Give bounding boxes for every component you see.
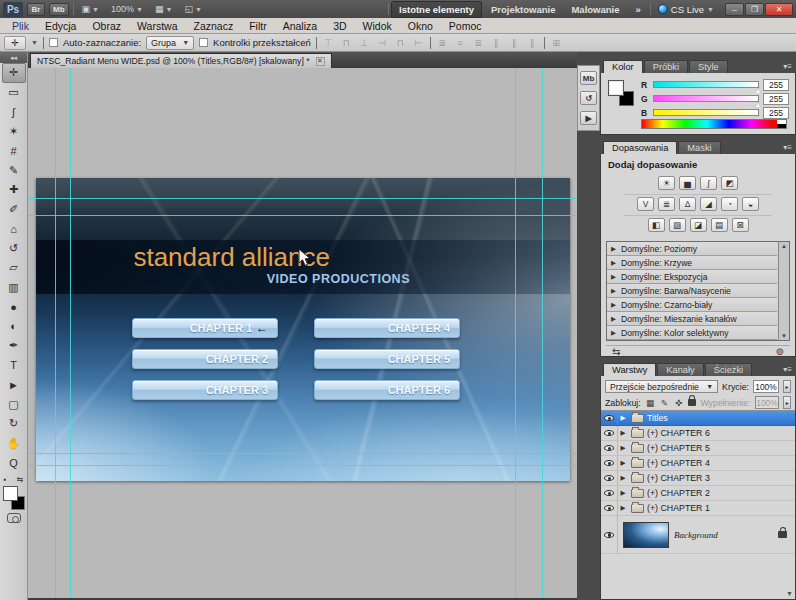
visibility-cell[interactable] <box>601 501 618 515</box>
workspace-istotne-elementy[interactable]: Istotne elementy <box>391 1 482 18</box>
cs-live-button[interactable]: CS Live ▼ <box>653 4 719 15</box>
green-value-field[interactable]: 255 <box>763 93 789 105</box>
menu-pomoc[interactable]: Pomoc <box>441 20 490 32</box>
align-middle-icon[interactable]: ⊓ <box>340 38 353 48</box>
auto-align-layers-icon[interactable]: ⊞ <box>550 38 563 48</box>
exposure-icon[interactable]: ◩ <box>721 176 738 190</box>
layer-row-chapter-4[interactable]: ▶ (+) CHAPTER 4 <box>601 456 795 471</box>
tab-maski[interactable]: Maski <box>678 141 720 154</box>
actions-panel-icon[interactable]: ▶ <box>580 111 597 125</box>
menu-edycja[interactable]: Edycja <box>37 20 85 32</box>
3d-rotate-tool[interactable]: ↻ <box>2 414 26 434</box>
eyedropper-tool[interactable]: ✎ <box>2 161 26 181</box>
swap-colors-icon[interactable]: ⇆ <box>17 475 24 484</box>
preset-krzywe[interactable]: ▶Domyślne: Krzywe <box>607 256 777 270</box>
hue-saturation-icon[interactable]: ≣ <box>658 197 675 211</box>
restore-button[interactable]: ❐ <box>745 3 764 16</box>
tool-preset-chevron-icon[interactable]: ▼ <box>31 39 38 46</box>
preset-barwa-nasycenie[interactable]: ▶Domyślne: Barwa/Nasycenie <box>607 284 777 298</box>
minibridge-panel-icon[interactable]: Mb <box>580 71 597 85</box>
presets-scrollbar[interactable]: ▲▼ <box>778 242 789 340</box>
move-tool[interactable]: ✛ <box>2 63 26 83</box>
guide-horizontal-1[interactable] <box>28 198 577 199</box>
guide-horizontal-4[interactable] <box>28 465 577 466</box>
foreground-color-swatch[interactable] <box>3 486 18 501</box>
panel-foreground-swatch[interactable] <box>608 80 624 96</box>
lock-transparency-icon[interactable]: ▦ <box>645 398 655 408</box>
align-left-icon[interactable]: ⊣ <box>376 38 389 48</box>
layer-name[interactable]: (+) CHAPTER 5 <box>647 443 710 453</box>
history-brush-tool[interactable]: ↺ <box>2 239 26 259</box>
guide-vertical-3[interactable] <box>515 68 516 598</box>
guide-vertical-2[interactable] <box>70 68 71 598</box>
align-top-icon[interactable]: ⊤ <box>322 38 335 48</box>
distribute-left-icon[interactable]: ∥ <box>490 38 503 48</box>
visibility-cell[interactable] <box>601 516 618 553</box>
panel-menu-icon[interactable]: ▾≡ <box>783 143 792 152</box>
blur-tool[interactable]: ● <box>2 297 26 317</box>
panel-menu-icon[interactable]: ▾≡ <box>783 365 792 374</box>
show-transform-controls-checkbox[interactable] <box>199 38 208 47</box>
menu-filtr[interactable]: Filtr <box>241 20 275 32</box>
tools-panel-collapse-grip[interactable]: ◂◂ <box>0 52 27 63</box>
tab-sciezki[interactable]: Ścieżki <box>705 363 752 376</box>
blend-mode-dropdown[interactable]: Przejście bezpośrednie▼ <box>605 380 718 393</box>
brightness-contrast-icon[interactable]: ☀ <box>658 176 675 190</box>
tab-kolor[interactable]: Kolor <box>603 60 643 73</box>
visibility-cell[interactable] <box>601 486 618 500</box>
layer-row-chapter-5[interactable]: ▶ (+) CHAPTER 5 <box>601 441 795 456</box>
expander-icon[interactable]: ▶ <box>618 444 628 452</box>
clip-to-layer-icon[interactable]: ⊚ <box>776 346 784 357</box>
guide-horizontal-2[interactable] <box>28 215 577 216</box>
menu-plik[interactable]: Plik <box>4 20 37 32</box>
layer-row-chapter-2[interactable]: ▶ (+) CHAPTER 2 <box>601 486 795 501</box>
fill-slider-icon[interactable]: ▸ <box>783 396 791 409</box>
align-right-icon[interactable]: ⊢ <box>412 38 425 48</box>
guide-vertical-4[interactable] <box>542 68 543 598</box>
workspace-malowanie[interactable]: Malowanie <box>564 2 626 17</box>
guide-horizontal-3[interactable] <box>28 453 577 454</box>
layer-name[interactable]: (+) CHAPTER 4 <box>647 458 710 468</box>
background-layer-thumbnail[interactable] <box>623 522 669 548</box>
type-tool[interactable]: T <box>2 356 26 376</box>
zoom-level-button[interactable]: 100%▼ <box>107 2 147 16</box>
expander-icon[interactable]: ▶ <box>618 429 628 437</box>
tab-probki[interactable]: Próbki <box>644 60 688 73</box>
distribute-right-icon[interactable]: ∥ <box>526 38 539 48</box>
launch-bridge-button[interactable]: Br <box>27 3 45 16</box>
eye-icon[interactable] <box>604 430 614 436</box>
photo-filter-icon[interactable]: ◔ <box>721 197 738 211</box>
layer-row-background[interactable]: Background <box>601 516 795 554</box>
layer-row-chapter-1[interactable]: ▶ (+) CHAPTER 1 <box>601 501 795 516</box>
gradient-tool[interactable]: ▥ <box>2 278 26 298</box>
quick-mask-button[interactable] <box>7 513 21 523</box>
zoom-tool[interactable]: Q <box>2 453 26 473</box>
crop-tool[interactable]: # <box>2 141 26 161</box>
quick-selection-tool[interactable]: ✶ <box>2 122 26 142</box>
visibility-cell[interactable] <box>601 426 618 440</box>
dodge-tool[interactable]: ◐ <box>2 317 26 337</box>
return-to-list-icon[interactable]: ⇆ <box>612 346 620 357</box>
menu-okno[interactable]: Okno <box>400 20 441 32</box>
visibility-cell[interactable] <box>601 411 618 425</box>
gradient-map-icon[interactable]: ▤ <box>711 218 728 232</box>
tab-style[interactable]: Style <box>689 60 728 73</box>
document-viewport[interactable]: standard alliance VIDEO PRODUCTIONS CHAP… <box>28 68 577 598</box>
lock-position-icon[interactable]: ✜ <box>673 398 683 408</box>
launch-minibridge-button[interactable]: Mb <box>49 3 69 16</box>
eye-icon[interactable] <box>604 415 614 421</box>
black-white-icon[interactable]: ◢ <box>700 197 717 211</box>
layer-row-chapter-6[interactable]: ▶ (+) CHAPTER 6 <box>601 426 795 441</box>
eye-icon[interactable] <box>604 445 614 451</box>
auto-select-scope-dropdown[interactable]: Grupa▼ <box>146 36 194 50</box>
current-tool-icon[interactable]: ✛ <box>4 36 26 50</box>
layer-row-chapter-3[interactable]: ▶ (+) CHAPTER 3 <box>601 471 795 486</box>
clone-stamp-tool[interactable]: ⌂ <box>2 219 26 239</box>
lock-pixels-icon[interactable]: ✎ <box>659 398 669 408</box>
hand-tool[interactable]: ✋ <box>2 434 26 454</box>
default-colors-icon[interactable]: ▪ <box>4 475 7 484</box>
menu-widok[interactable]: Widok <box>355 20 400 32</box>
visibility-cell[interactable] <box>601 441 618 455</box>
menu-zaznacz[interactable]: Zaznacz <box>185 20 241 32</box>
shape-tool[interactable]: ▢ <box>2 395 26 415</box>
